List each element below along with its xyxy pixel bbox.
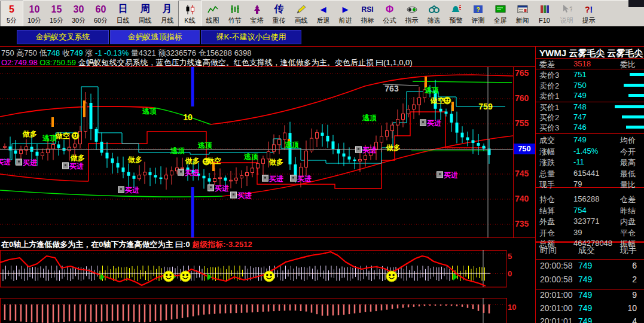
news-icon [517, 3, 528, 16]
toolbar-button-前进[interactable]: ▶前进 [334, 1, 356, 27]
toolbar-button-label: 前进 [339, 16, 352, 25]
toolbar-button-提示[interactable]: ?!提示 [578, 1, 600, 27]
formula-segment: O2:749.98 [1, 58, 39, 67]
bid-volume-bar [626, 126, 644, 129]
signal-label-zuoduo: 做多 [128, 155, 142, 165]
fullscreen-icon [495, 3, 506, 16]
toolbar-button-后退[interactable]: ◀后退 [312, 1, 334, 27]
status-segment: 额3236576 [158, 48, 198, 57]
toolbar-button-说明[interactable]: ?说明 [556, 1, 578, 27]
ask-volume-bar [630, 73, 644, 76]
price-axis-label: 755 [515, 118, 529, 128]
buy-box-icon [437, 172, 443, 178]
toolbar-button-重传[interactable]: 传重传 [268, 1, 290, 27]
smiley-marker [180, 271, 191, 282]
tab-裸K-不建议小白使用[interactable]: 裸K-不建议小白使用 [201, 30, 301, 44]
toolbar-button-label: 说明 [560, 16, 573, 25]
toolbar-button-60分[interactable]: 6060分 [90, 1, 112, 27]
toolbar-button-月线[interactable]: 月月线 [156, 1, 178, 27]
toolbar-button-label: 重传 [273, 16, 286, 25]
price-axis-label: 765 [515, 68, 529, 78]
smiley-marker [264, 271, 274, 282]
toolbar-button-筛选[interactable]: 筛选 [423, 1, 445, 27]
quote-row-label: 结算 [539, 206, 555, 217]
toolbar-button-线图[interactable]: 线图 [202, 1, 224, 27]
ask-label: 卖价3 [539, 70, 559, 81]
toolbar-button-预警[interactable]: 预警 [445, 1, 467, 27]
tick-cell: 20:01:00 [540, 303, 573, 313]
quote-row-label: 外盘 [539, 217, 555, 227]
quote-row-label2: 今开 [620, 147, 636, 157]
bid-volume-bar [615, 105, 644, 108]
candle-icon [185, 3, 196, 16]
toolbar-button-评测[interactable]: ?评测 [467, 1, 489, 27]
signal-label-zuokong: 做空 [431, 96, 445, 106]
toolbar-button-label: 60分 [94, 16, 108, 25]
quote-row-value: -1.45% [573, 147, 598, 156]
text-icon: 日 [118, 3, 128, 16]
status-segment: 低 [39, 48, 47, 57]
toolbar-button-label: K线 [184, 16, 195, 25]
signal-label-maijin: 买进 [437, 170, 458, 181]
toolbar-button-指标[interactable]: RSI指标 [356, 1, 379, 27]
toolbar-button-画线[interactable]: 画线 [290, 1, 312, 27]
toolbar-button-label: 评测 [472, 16, 485, 25]
tick-cell: 20:00:58 [540, 261, 573, 270]
signal-label-maijin: 买进 [16, 158, 37, 168]
toolbar-button-全屏[interactable]: 全屏 [489, 1, 511, 27]
signal-label-maijin: 买进 [290, 174, 312, 184]
indicator-formula-line: O2:749.98 O3:750.59 金蚂蚁短线交易系统，蓝色压力线逢高做空。… [1, 57, 413, 68]
price-axis-label: 735 [515, 219, 529, 228]
toolbar-button-周线[interactable]: 周周线 [134, 1, 156, 27]
quote-row-label2: 均价 [620, 135, 636, 146]
price-note-label: 759 [478, 102, 492, 111]
bell-icon [451, 3, 462, 16]
buy-box-icon [262, 175, 268, 182]
tick-cell: 6 [632, 261, 637, 270]
toolbar-button-日线[interactable]: 日日线 [112, 1, 134, 27]
toolbar-button-新闻[interactable]: 新闻 [511, 1, 533, 27]
price-note-label: 763 [384, 84, 398, 93]
svg-text:?: ? [569, 5, 572, 13]
quote-row-label: 涨跌 [539, 157, 555, 168]
tick-cell: 4 [632, 316, 637, 323]
ticks-header: 时间 [540, 245, 557, 256]
quote-row-label2: 平仓 [620, 228, 636, 239]
quote-row-value: 754 [573, 206, 587, 215]
buy-box-icon [355, 147, 362, 153]
toolbar-button-5分[interactable]: 55分 [0, 1, 23, 27]
ask-label: 卖价1 [539, 91, 559, 102]
helpcursor-icon: ? [561, 3, 572, 16]
signal-label-maijin: 买进 [420, 118, 441, 129]
sub-indicator-header: 在0轴上方逢低做多为主，在0轴下方逢高做空为主 曰:0 超级指标:-3.2512 [1, 239, 252, 250]
formula-segment: 金蚂蚁短线交易系统，蓝色压力线逢高做空。红色支撑线，逢低做多为主。变色后止损 曰… [78, 58, 413, 67]
toolbar-button-10分[interactable]: 1010分 [23, 1, 45, 27]
ticks-header: 现手 [620, 245, 637, 256]
toolbar-button-宝塔[interactable]: 宝塔 [246, 1, 268, 27]
signal-label-taoding: 逃顶 [198, 141, 212, 151]
text-icon: 60 [96, 3, 106, 16]
quote-row-label: 开仓 [539, 228, 555, 239]
tab-金蚂蚁逃顶指标[interactable]: 金蚂蚁逃顶指标 [110, 30, 200, 44]
toolbar-button-K线[interactable]: K线 [178, 1, 202, 27]
toolbar-button-label: 指标 [361, 16, 374, 25]
toolbar-button-F10[interactable]: F10 [533, 1, 556, 27]
toolbar-button-label: 周线 [139, 16, 152, 25]
smiley-marker [386, 271, 397, 282]
time-sales-panel[interactable]: 时间成交现手20:00:58749620:00:58749220:01:0074… [536, 242, 644, 323]
toolbar-button-15分[interactable]: 1515分 [45, 1, 68, 27]
pencil-icon [296, 3, 307, 16]
tick-cell: 749 [578, 316, 592, 323]
text-icon: 10 [29, 3, 40, 16]
toolbar-button-竹节[interactable]: 竹节 [224, 1, 246, 27]
toolbar-button-30分[interactable]: 3030分 [68, 1, 90, 27]
text-icon: 15 [51, 3, 62, 16]
tab-金蚂蚁交叉系统[interactable]: 金蚂蚁交叉系统 [17, 30, 109, 44]
toolbar-button-指示[interactable]: 指示 [401, 1, 423, 27]
sub-axis-label: 0 [508, 269, 512, 278]
volume-axis-label: 10 [508, 303, 516, 312]
signal-label-taoding: 逃顶 [362, 113, 377, 123]
toolbar-button-公式[interactable]: Φ公式 [379, 1, 401, 27]
buy-box-icon [290, 175, 297, 182]
signal-label-maijin: 买进 [207, 184, 229, 194]
